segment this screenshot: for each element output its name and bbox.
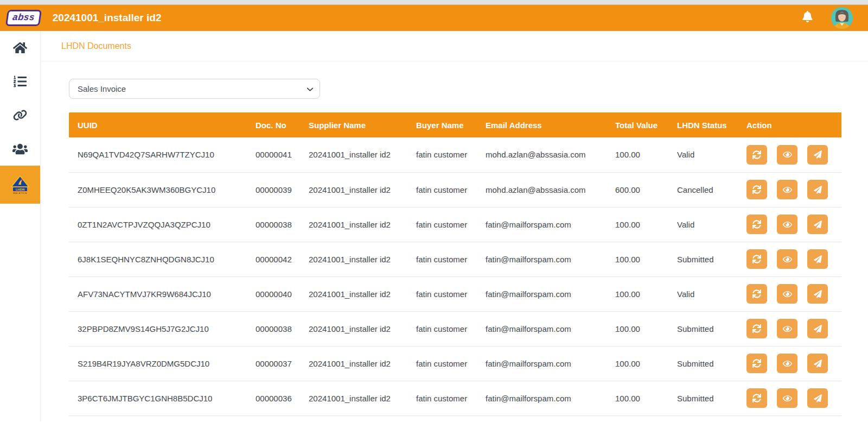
cell-doc-no: 00000036	[247, 381, 300, 415]
view-document-button[interactable]	[777, 180, 797, 199]
send-document-button[interactable]	[807, 215, 828, 234]
refresh-status-button[interactable]	[746, 319, 767, 338]
eye-icon	[783, 255, 792, 263]
cell-total-value: 100.00	[607, 207, 668, 242]
cell-uuid: S219B4R19JYA8VRZ0DMG5DCJ10	[69, 346, 247, 381]
send-document-button[interactable]	[807, 180, 828, 199]
page-header: LHDN Documents	[41, 31, 868, 61]
column-header-buyer-name: Buyer Name	[407, 112, 477, 137]
notifications-button[interactable]	[802, 11, 816, 25]
document-type-select[interactable]: Sales Invoice	[69, 79, 320, 99]
refresh-status-button[interactable]	[746, 145, 767, 165]
cell-uuid: 0ZT1N2AVCTPJVZQQJA3QZPCJ10	[69, 207, 247, 242]
cell-supplier-name: 20241001_installer id2	[300, 346, 407, 381]
abss-logo: abss	[5, 10, 42, 26]
cell-supplier-name: 20241001_installer id2	[300, 276, 407, 311]
table-row: 0ZT1N2AVCTPJVZQQJA3QZPCJ10 00000038 2024…	[69, 207, 841, 242]
lhdn-logo-text: LHDN	[16, 188, 25, 191]
app-header: abss 20241001_installer id2	[0, 5, 868, 31]
send-document-button[interactable]	[807, 145, 828, 165]
column-header-supplier-name: Supplier Name	[300, 112, 407, 137]
bell-icon	[802, 11, 813, 22]
company-title: 20241001_installer id2	[53, 12, 162, 24]
cell-uuid: AFV73NACYTMVJ7KR9W684JCJ10	[69, 276, 247, 311]
refresh-status-button[interactable]	[746, 249, 767, 269]
window-chrome-strip	[0, 0, 868, 5]
sidebar-item-home[interactable]	[0, 31, 40, 65]
paper-plane-icon	[814, 290, 822, 298]
cell-lhdn-status: Submitted	[668, 242, 738, 276]
cell-lhdn-status: Submitted	[668, 381, 738, 415]
refresh-icon	[752, 220, 761, 229]
sidebar-item-users[interactable]	[0, 132, 40, 166]
sidebar-item-connections[interactable]	[0, 98, 40, 132]
sidebar-item-documents[interactable]	[0, 65, 40, 98]
refresh-icon	[752, 255, 761, 263]
paper-plane-icon	[814, 150, 822, 159]
lhdn-documents-table: UUID Doc. No Supplier Name Buyer Name Em…	[69, 112, 841, 416]
cell-doc-no: 00000039	[247, 172, 300, 207]
refresh-status-button[interactable]	[746, 388, 767, 408]
send-document-button[interactable]	[807, 319, 828, 338]
view-document-button[interactable]	[777, 388, 797, 408]
cell-doc-no: 00000041	[247, 137, 300, 172]
user-avatar[interactable]	[831, 7, 853, 29]
cell-total-value: 600.00	[607, 172, 668, 207]
abss-logo-text: abss	[12, 12, 36, 23]
view-document-button[interactable]	[777, 354, 797, 373]
view-document-button[interactable]	[777, 284, 797, 304]
lhdn-malaysia-logo: LHDN MALAYSIA	[9, 175, 31, 194]
send-document-button[interactable]	[807, 354, 828, 373]
column-header-doc-no: Doc. No	[247, 112, 300, 137]
cell-uuid: Z0MHEEQ20K5AK3WM360BGYCJ10	[69, 172, 247, 207]
cell-buyer-name: fatin customer	[407, 172, 477, 207]
refresh-status-button[interactable]	[746, 215, 767, 234]
left-sidebar: LHDN MALAYSIA	[0, 31, 41, 421]
cell-email-address: fatin@mailforspam.com	[477, 276, 607, 311]
refresh-status-button[interactable]	[746, 284, 767, 304]
eye-icon	[783, 290, 792, 298]
cell-supplier-name: 20241001_installer id2	[300, 207, 407, 242]
view-document-button[interactable]	[777, 215, 797, 234]
column-header-action: Action	[738, 112, 841, 137]
cell-lhdn-status: Submitted	[668, 311, 738, 346]
cell-supplier-name: 20241001_installer id2	[300, 137, 407, 172]
sidebar-item-lhdn[interactable]: LHDN MALAYSIA	[0, 166, 40, 204]
column-header-lhdn-status: LHDN Status	[668, 112, 738, 137]
refresh-status-button[interactable]	[746, 354, 767, 373]
refresh-icon	[752, 289, 761, 298]
view-document-button[interactable]	[777, 249, 797, 269]
cell-lhdn-status: Valid	[668, 207, 738, 242]
refresh-icon	[752, 394, 761, 402]
cell-actions	[738, 276, 841, 311]
cell-supplier-name: 20241001_installer id2	[300, 242, 407, 276]
cell-doc-no: 00000038	[247, 311, 300, 346]
main-content: LHDN Documents Sales Invoice UUID Doc. N…	[41, 31, 868, 421]
cell-total-value: 100.00	[607, 137, 668, 172]
eye-icon	[783, 325, 792, 333]
refresh-icon	[752, 150, 761, 159]
view-document-button[interactable]	[777, 319, 797, 338]
cell-total-value: 100.00	[607, 381, 668, 415]
eye-icon	[783, 150, 792, 159]
cell-email-address: fatin@mailforspam.com	[477, 207, 607, 242]
cell-actions	[738, 207, 841, 242]
cell-actions	[738, 242, 841, 276]
send-document-button[interactable]	[807, 388, 828, 408]
view-document-button[interactable]	[777, 145, 797, 165]
send-document-button[interactable]	[807, 284, 828, 304]
column-header-email-address: Email Address	[477, 112, 607, 137]
cell-email-address: fatin@mailforspam.com	[477, 381, 607, 415]
lhdn-logo-subtext: MALAYSIA	[13, 192, 27, 194]
cell-total-value: 100.00	[607, 311, 668, 346]
send-document-button[interactable]	[807, 249, 828, 269]
cell-lhdn-status: Valid	[668, 137, 738, 172]
refresh-icon	[752, 324, 761, 333]
refresh-status-button[interactable]	[746, 180, 767, 199]
refresh-icon	[752, 185, 761, 194]
refresh-icon	[752, 359, 761, 368]
paper-plane-icon	[814, 255, 822, 263]
users-icon	[12, 143, 28, 155]
cell-doc-no: 00000037	[247, 346, 300, 381]
column-header-uuid: UUID	[69, 112, 247, 137]
